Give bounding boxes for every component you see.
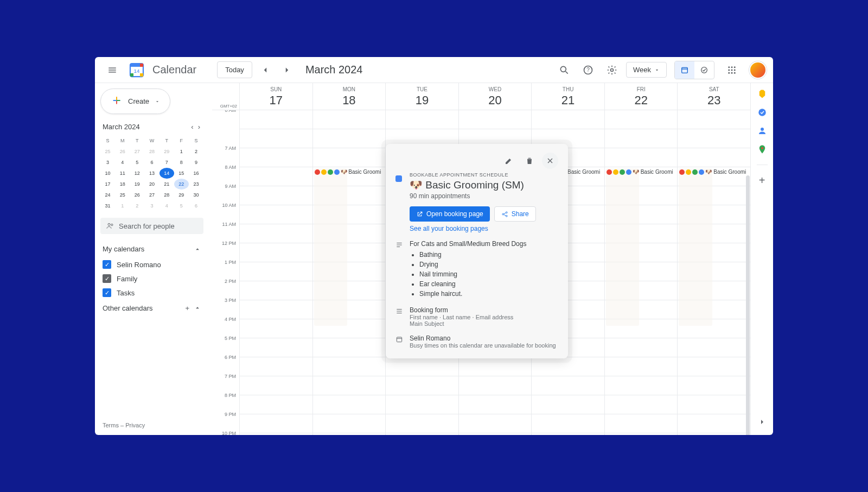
- mini-day[interactable]: 20: [144, 179, 159, 190]
- calendar-checkbox[interactable]: ✓: [103, 274, 111, 283]
- mini-day[interactable]: 6: [189, 200, 203, 211]
- mini-day[interactable]: 16: [189, 168, 203, 179]
- tasks-view-toggle[interactable]: [694, 61, 714, 79]
- mini-day[interactable]: 31: [100, 200, 115, 211]
- mini-day[interactable]: 13: [144, 168, 159, 179]
- day-header[interactable]: THU21: [531, 83, 604, 110]
- mini-day[interactable]: 21: [159, 179, 174, 190]
- close-popup-icon[interactable]: [542, 153, 558, 169]
- scrollbar-thumb[interactable]: [746, 175, 750, 435]
- today-button[interactable]: Today: [217, 61, 252, 78]
- share-button[interactable]: Share: [494, 206, 536, 222]
- create-button[interactable]: Create: [100, 89, 170, 114]
- mini-day[interactable]: 11: [115, 168, 130, 179]
- footer-links[interactable]: Terms – Privacy: [100, 420, 203, 431]
- mini-day[interactable]: 1: [115, 200, 130, 211]
- my-calendars-toggle[interactable]: My calendars: [100, 241, 203, 257]
- settings-icon[interactable]: [602, 60, 622, 80]
- mini-day[interactable]: 23: [189, 179, 203, 190]
- mini-day[interactable]: 12: [130, 168, 144, 179]
- all-booking-pages-link[interactable]: See all your booking pages: [410, 225, 558, 232]
- calendar-item[interactable]: ✓Selin Romano: [100, 257, 203, 272]
- mini-dow: W: [144, 135, 159, 146]
- prev-week-button[interactable]: [257, 61, 274, 79]
- mini-day[interactable]: 25: [115, 190, 130, 200]
- day-header[interactable]: TUE19: [385, 83, 458, 110]
- mini-day[interactable]: 29: [174, 190, 189, 200]
- mini-day[interactable]: 5: [130, 157, 144, 168]
- calendar-checkbox[interactable]: ✓: [103, 260, 111, 269]
- event-item[interactable]: 🐶 Basic Groomi: [607, 169, 676, 175]
- mini-day[interactable]: 4: [159, 200, 174, 211]
- main-menu-icon[interactable]: [101, 59, 123, 81]
- keep-icon[interactable]: [757, 89, 768, 99]
- mini-day[interactable]: 19: [130, 179, 144, 190]
- mini-day[interactable]: 9: [189, 157, 203, 168]
- mini-day[interactable]: 3: [100, 157, 115, 168]
- mini-day[interactable]: 7: [159, 157, 174, 168]
- day-column[interactable]: 🐶 Basic Groomi: [604, 110, 678, 435]
- mini-day[interactable]: 24: [100, 190, 115, 200]
- mini-day[interactable]: 28: [159, 190, 174, 200]
- mini-day[interactable]: 15: [174, 168, 189, 179]
- google-apps-icon[interactable]: [722, 60, 742, 80]
- mini-day[interactable]: 26: [130, 190, 144, 200]
- mini-day[interactable]: 6: [144, 157, 159, 168]
- day-column[interactable]: 🐶 Basic Groomi: [677, 110, 750, 435]
- mini-next-month[interactable]: ›: [197, 122, 201, 132]
- calendar-checkbox[interactable]: ✓: [103, 288, 111, 297]
- mini-day[interactable]: 27: [130, 146, 144, 157]
- svg-point-31: [761, 147, 763, 149]
- mini-day[interactable]: 27: [144, 190, 159, 200]
- mini-day[interactable]: 1: [174, 146, 189, 157]
- mini-day[interactable]: 26: [115, 146, 130, 157]
- day-header[interactable]: WED20: [458, 83, 532, 110]
- edit-event-icon[interactable]: [501, 153, 517, 169]
- day-header[interactable]: MON18: [312, 83, 386, 110]
- open-booking-page-button[interactable]: Open booking page: [410, 206, 490, 222]
- day-column[interactable]: 🐶 Basic Groomi: [312, 110, 386, 435]
- contacts-icon[interactable]: [757, 125, 768, 136]
- calendar-view-toggle[interactable]: [675, 61, 694, 79]
- organizer-name: Selin Romano: [410, 335, 556, 342]
- add-other-calendar-icon[interactable]: +: [185, 304, 189, 312]
- mini-day[interactable]: 8: [174, 157, 189, 168]
- other-calendars-toggle[interactable]: Other calendars +: [100, 300, 203, 317]
- mini-day[interactable]: 28: [144, 146, 159, 157]
- day-header[interactable]: FRI22: [604, 83, 678, 110]
- add-addon-icon[interactable]: +: [757, 175, 768, 186]
- event-item[interactable]: 🐶 Basic Groomi: [679, 169, 749, 175]
- day-header[interactable]: SUN17: [239, 83, 312, 110]
- day-column[interactable]: [239, 110, 312, 435]
- help-icon[interactable]: ?: [578, 60, 598, 80]
- mini-day[interactable]: 4: [115, 157, 130, 168]
- mini-day[interactable]: 29: [159, 146, 174, 157]
- day-header[interactable]: SAT23: [677, 83, 750, 110]
- mini-day[interactable]: 5: [174, 200, 189, 211]
- mini-day[interactable]: 14: [159, 168, 174, 179]
- view-selector[interactable]: Week: [626, 62, 667, 78]
- search-people-input[interactable]: Search for people: [100, 218, 203, 234]
- delete-event-icon[interactable]: [521, 153, 538, 169]
- mini-day[interactable]: 25: [100, 146, 115, 157]
- mini-day[interactable]: 10: [100, 168, 115, 179]
- mini-day[interactable]: 2: [130, 200, 144, 211]
- mini-day[interactable]: 30: [189, 190, 203, 200]
- collapse-panel-icon[interactable]: [755, 414, 770, 430]
- calendar-item[interactable]: ✓Tasks: [100, 286, 203, 300]
- mini-day[interactable]: 22: [174, 179, 189, 190]
- mini-prev-month[interactable]: ‹: [190, 122, 194, 132]
- search-icon[interactable]: [554, 60, 574, 80]
- next-week-button[interactable]: [278, 61, 296, 79]
- mini-day[interactable]: 3: [144, 200, 159, 211]
- sidebar: Create March 2024 ‹ › SMTWTFS25262728291…: [95, 83, 212, 435]
- mini-day[interactable]: 18: [115, 179, 130, 190]
- event-item[interactable]: 🐶 Basic Groomi: [315, 169, 385, 175]
- calendar-name: Selin Romano: [117, 261, 161, 269]
- mini-day[interactable]: 2: [189, 146, 203, 157]
- maps-icon[interactable]: [757, 144, 768, 155]
- user-avatar[interactable]: [749, 61, 767, 79]
- mini-day[interactable]: 17: [100, 179, 115, 190]
- tasks-app-icon[interactable]: [757, 107, 768, 118]
- calendar-item[interactable]: ✓Family: [100, 272, 203, 286]
